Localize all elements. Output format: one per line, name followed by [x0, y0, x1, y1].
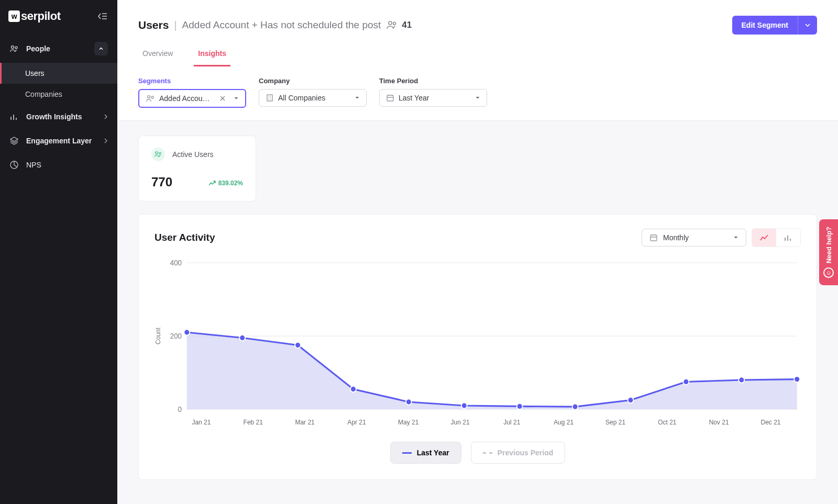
svg-point-10 — [159, 152, 161, 154]
chart-title: User Activity — [155, 232, 215, 243]
svg-point-6 — [151, 96, 153, 98]
interval-select[interactable]: Monthly — [642, 229, 746, 247]
sidebar-item-engagement-layer[interactable]: Engagement Layer — [0, 129, 117, 153]
edit-segment-button[interactable]: Edit Segment — [732, 16, 798, 35]
svg-rect-7 — [267, 95, 272, 101]
clear-icon[interactable] — [219, 95, 226, 102]
chevron-right-icon — [104, 114, 108, 119]
segment-name: Added Account + Has not scheduled the po… — [182, 19, 381, 31]
sidebar-item-people[interactable]: People — [0, 35, 117, 63]
line-chart-view-button[interactable] — [752, 229, 776, 247]
chevron-up-icon — [94, 42, 108, 55]
chevron-down-icon — [234, 96, 239, 101]
chart-x-labels: Jan 21Feb 21Mar 21Apr 21May 21Jun 21Jul … — [155, 419, 801, 426]
svg-point-19 — [239, 335, 245, 341]
sidebar-collapse-icon[interactable] — [97, 13, 108, 20]
svg-point-3 — [389, 21, 392, 25]
legend-last-year[interactable]: Last Year — [390, 442, 461, 464]
sidebar-item-companies[interactable]: Companies — [0, 84, 117, 105]
segments-select[interactable]: Added Account + H — [138, 89, 246, 108]
edit-segment-dropdown[interactable] — [798, 16, 817, 35]
user-count: 41 — [402, 20, 412, 30]
calendar-icon — [649, 233, 658, 242]
svg-point-26 — [628, 397, 634, 403]
help-icon: ☺ — [823, 267, 834, 278]
sidebar-item-label: People — [26, 44, 50, 53]
svg-point-25 — [572, 404, 578, 409]
calendar-icon — [386, 94, 394, 102]
chevron-down-icon — [475, 95, 480, 100]
time-period-select[interactable]: Last Year — [379, 89, 487, 107]
filter-label-company: Company — [259, 77, 367, 85]
segments-value: Added Account + H — [159, 94, 212, 103]
page-title: Users — [138, 19, 169, 31]
svg-rect-8 — [387, 95, 393, 101]
time-value: Last Year — [399, 94, 471, 102]
sidebar-item-label: Growth Insights — [26, 113, 82, 121]
company-value: All Companies — [278, 94, 350, 102]
sidebar: wserpilot People Users Companies Growth … — [0, 0, 117, 504]
help-label: Need help? — [825, 226, 833, 263]
trend-up-icon — [208, 180, 216, 186]
legend-label: Last Year — [417, 449, 449, 457]
brand-logo: wserpilot — [8, 9, 60, 23]
legend-label: Previous Period — [498, 449, 554, 457]
svg-point-1 — [15, 47, 17, 49]
stat-title: Active Users — [172, 150, 214, 159]
filter-label-time: Time Period — [379, 77, 487, 85]
sidebar-item-nps[interactable]: NPS — [0, 153, 117, 177]
tab-insights[interactable]: Insights — [194, 49, 230, 66]
user-activity-card: User Activity Monthly — [138, 214, 817, 480]
need-help-tab[interactable]: Need help? ☺ — [819, 219, 838, 285]
bar-chart-view-button[interactable] — [776, 229, 800, 247]
svg-point-4 — [393, 23, 396, 25]
svg-point-20 — [295, 342, 301, 348]
active-users-icon — [151, 148, 165, 161]
chevron-down-icon — [804, 22, 811, 28]
interval-value: Monthly — [663, 233, 689, 242]
active-users-card: Active Users 770 839.02% — [138, 136, 256, 201]
filters-bar: Segments Added Account + H Company All C… — [117, 66, 838, 121]
line-chart-icon — [759, 233, 769, 242]
bar-chart-icon — [784, 233, 793, 242]
pie-chart-icon — [9, 160, 19, 170]
chevron-right-icon — [104, 138, 108, 143]
tab-overview[interactable]: Overview — [138, 49, 177, 66]
users-icon — [386, 20, 398, 30]
stat-trend: 839.02% — [208, 180, 243, 187]
svg-point-27 — [683, 379, 689, 385]
sidebar-item-label: Companies — [25, 90, 62, 98]
chart-y-label: Count — [155, 328, 162, 344]
people-icon — [9, 44, 19, 53]
svg-point-23 — [461, 402, 467, 408]
company-select[interactable]: All Companies — [259, 89, 367, 107]
layers-icon — [9, 136, 19, 145]
sidebar-item-label: Engagement Layer — [26, 137, 92, 145]
sidebar-item-users[interactable]: Users — [0, 63, 117, 84]
svg-point-28 — [738, 377, 744, 383]
svg-point-22 — [406, 399, 412, 405]
legend-line-icon — [402, 452, 412, 454]
chevron-down-icon — [355, 95, 360, 100]
svg-point-24 — [517, 404, 523, 409]
page-header: Users | Added Account + Has not schedule… — [117, 0, 838, 66]
stat-trend-value: 839.02% — [218, 180, 243, 187]
legend-dashed-icon — [483, 452, 492, 454]
filter-label-segments: Segments — [138, 77, 246, 85]
sidebar-item-label: Users — [25, 69, 45, 77]
sidebar-item-growth-insights[interactable]: Growth Insights — [0, 105, 117, 129]
chart-view-toggle — [752, 228, 801, 247]
svg-point-21 — [350, 386, 356, 392]
sidebar-item-label: NPS — [26, 161, 41, 169]
svg-point-29 — [794, 376, 800, 382]
svg-text:0: 0 — [178, 406, 182, 413]
building-icon — [266, 94, 274, 102]
svg-point-18 — [184, 329, 190, 335]
legend-previous-period[interactable]: Previous Period — [471, 442, 566, 464]
svg-point-5 — [148, 96, 150, 98]
svg-rect-11 — [650, 235, 657, 241]
bar-chart-icon — [9, 112, 19, 121]
users-icon — [146, 94, 155, 103]
svg-point-9 — [156, 152, 158, 154]
chart-plot-area: 0200400 — [164, 257, 801, 415]
